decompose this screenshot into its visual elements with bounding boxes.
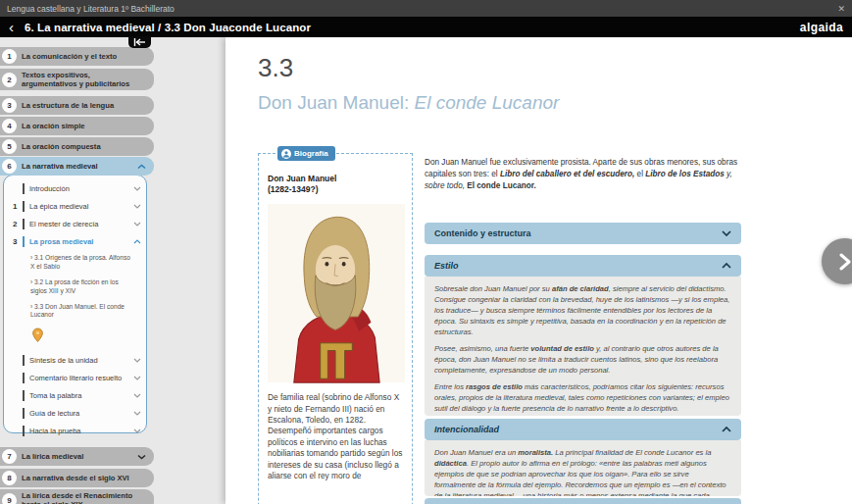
unit-label: La narrativa desde el siglo XVI	[22, 474, 129, 482]
unit-label: La estructura de la lengua	[22, 101, 114, 110]
chevron-down-icon[interactable]	[133, 204, 141, 209]
section-label: Hacia la prueba	[29, 427, 133, 435]
accordion-estilo-content: Sobresale don Juan Manuel por su afán de…	[425, 277, 741, 416]
chevron-up-icon[interactable]	[137, 164, 146, 170]
chevron-down-icon[interactable]	[133, 428, 141, 433]
section-item-guia[interactable]: Guía de lectura	[10, 408, 141, 419]
window-title: Lengua castellana y Literatura 1º Bachil…	[7, 4, 175, 14]
section-label: La épica medieval	[29, 202, 133, 211]
section-item-prosa[interactable]: 3 La prosa medieval	[10, 236, 141, 247]
content-page: 3.3 Don Juan Manuel: El conde Lucanor Bi…	[226, 37, 852, 504]
app-window: Lengua castellana y Literatura 1º Bachil…	[0, 0, 852, 504]
unit-label: La lírica desde el Renacimiento hasta el…	[22, 491, 146, 504]
section-item-toma[interactable]: Toma la palabra	[10, 390, 141, 401]
section-label: Toma la palabra	[29, 391, 133, 400]
unit-number: 4	[2, 119, 17, 133]
section-label: Comentario literario resuelto	[29, 374, 133, 382]
unit-number: 9	[2, 493, 17, 504]
unit-label: La narrativa medieval	[22, 162, 98, 171]
app-header: ‹ 6. La narrativa medieval / 3.3 Don Jua…	[0, 17, 852, 37]
collapse-left-icon	[133, 38, 146, 46]
section-label: Síntesis de la unidad	[29, 356, 133, 365]
portrait-don-juan-manuel	[268, 202, 405, 384]
estilo-paragraph-1: Sobresale don Juan Manuel por su afán de…	[434, 283, 731, 337]
section-number: 3.3	[258, 53, 293, 83]
sidebar-collapse-button[interactable]	[128, 36, 151, 48]
unit-number: 2	[2, 73, 17, 87]
biography-text: De familia real (sobrino de Alfonso X y …	[268, 392, 403, 482]
unit6-sections-panel: Introducción 1 La épica medieval 2 El me…	[3, 175, 147, 433]
chevron-down-icon[interactable]	[133, 411, 141, 416]
section-label: El mester de clerecía	[29, 220, 133, 228]
unit-number: 5	[2, 139, 17, 154]
section-item-comentario[interactable]: Comentario literario resuelto	[10, 373, 141, 383]
breadcrumb: 6. La narrativa medieval / 3.3 Don Juaco…	[25, 22, 311, 33]
biography-name: Don Juan Manuel (1282-1349?)	[268, 174, 403, 195]
sidebar-item-unit1[interactable]: 1 La comunicación y el texto	[0, 47, 154, 66]
intro-paragraph: Don Juan Manuel fue exclusivamente prosi…	[425, 157, 741, 192]
accordion-estilo-header[interactable]: Estilo	[425, 255, 741, 277]
estilo-paragraph-3: Entre los rasgos de estilo más caracterí…	[434, 381, 731, 414]
sidebar-item-unit4[interactable]: 4 La oración simple	[0, 117, 154, 135]
unit-label: La oración compuesta	[22, 142, 101, 151]
section-label: Introducción	[29, 184, 133, 193]
unit-number: 7	[2, 449, 17, 464]
chevron-down-icon[interactable]	[133, 186, 141, 191]
unit-number: 8	[2, 471, 17, 485]
back-icon[interactable]: ‹	[9, 20, 14, 34]
sidebar-item-unit9[interactable]: 9 La lírica desde el Renacimiento hasta …	[0, 489, 154, 504]
intencionalidad-paragraph-1: Don Juan Manuel era un moralista. La pri…	[434, 447, 731, 496]
section-item-sintesis[interactable]: Síntesis de la unidad	[10, 355, 141, 366]
biography-box: Biografía Don Juan Manuel (1282-1349?)	[258, 153, 413, 504]
subsection-item-3-1[interactable]: › 3.1 Orígenes de la prosa. Alfonso X el…	[30, 254, 135, 272]
close-icon[interactable]: ✕	[837, 4, 845, 14]
sidebar-item-unit3[interactable]: 3 La estructura de la lengua	[0, 96, 154, 115]
chevron-right-icon	[838, 253, 852, 271]
accordion-intencionalidad-content: Don Juan Manuel era un moralista. La pri…	[425, 440, 741, 496]
sidebar-item-unit2[interactable]: 2 Textos expositivos, argumentativos y p…	[0, 69, 154, 90]
section-label: Guía de lectura	[29, 409, 133, 418]
chevron-down-icon[interactable]	[133, 222, 141, 227]
unit-number: 6	[2, 159, 17, 174]
subsection-item-3-3[interactable]: › 3.3 Don Juan Manuel. El conde Lucanor	[30, 303, 135, 321]
section-item-mester[interactable]: 2 El mester de clerecía	[10, 219, 141, 229]
biography-tag: Biografía	[277, 146, 335, 161]
chevron-down-icon[interactable]	[133, 358, 141, 363]
chevron-up-icon[interactable]	[133, 239, 141, 244]
section-label: La prosa medieval	[29, 237, 133, 246]
estilo-paragraph-2: Posee, asimismo, una fuerte voluntad de …	[434, 343, 731, 376]
sidebar-item-unit8[interactable]: 8 La narrativa desde el siglo XVI	[0, 469, 154, 487]
chevron-up-icon	[722, 263, 731, 269]
unit-label: La lírica medieval	[22, 452, 83, 461]
subsection-item-3-2[interactable]: › 3.2 La prosa de ficción en los siglos …	[30, 278, 135, 296]
accordion-contenido-header[interactable]: Contenido y estructura	[425, 223, 741, 244]
unit-label: La oración simple	[22, 122, 85, 130]
accordion-intencionalidad-header[interactable]: Intencionalidad	[425, 419, 741, 440]
section-item-epica[interactable]: 1 La épica medieval	[10, 201, 141, 212]
location-pin-icon[interactable]	[31, 328, 141, 347]
chevron-down-icon[interactable]	[133, 376, 141, 380]
chevron-down-icon[interactable]	[137, 454, 146, 460]
section-item-introduccion[interactable]: Introducción	[10, 183, 141, 194]
chevron-down-icon[interactable]	[133, 393, 141, 398]
page-title: Don Juan Manuel: El conde Lucanor	[258, 92, 559, 114]
person-icon	[281, 149, 291, 159]
sidebar-item-unit6[interactable]: 6 La narrativa medieval	[0, 157, 154, 176]
algaida-logo: algaida	[800, 21, 843, 34]
section-item-hacia[interactable]: Hacia la prueba	[10, 426, 141, 436]
unit-number: 1	[2, 49, 17, 64]
unit-number: 3	[2, 98, 17, 113]
sidebar-item-unit7[interactable]: 7 La lírica medieval	[0, 447, 154, 466]
chevron-down-icon	[722, 230, 731, 236]
os-titlebar: Lengua castellana y Literatura 1º Bachil…	[0, 0, 852, 17]
unit-label: Textos expositivos, argumentativos y pub…	[22, 71, 146, 88]
next-accordion-peek[interactable]	[425, 498, 741, 504]
sidebar-item-unit5[interactable]: 5 La oración compuesta	[0, 137, 154, 156]
unit-label: La comunicación y el texto	[22, 52, 117, 61]
chevron-up-icon	[722, 427, 731, 432]
